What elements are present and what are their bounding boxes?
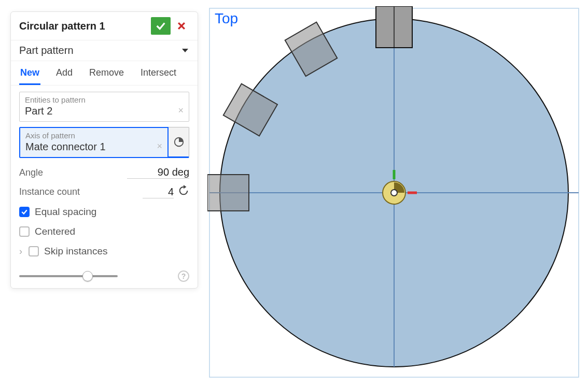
count-input[interactable] <box>143 186 174 198</box>
axis-field[interactable]: Axis of pattern Mate connector 1 × <box>19 127 169 158</box>
close-icon <box>176 21 187 31</box>
pattern-type-dropdown[interactable]: Part pattern <box>11 40 198 61</box>
centered-checkbox[interactable] <box>19 226 30 237</box>
pattern-instance-3 <box>207 175 249 211</box>
skip-instances-checkbox[interactable] <box>29 246 39 256</box>
circular-pattern-panel: Circular pattern 1 Part pattern New Add … <box>10 11 198 289</box>
view-orientation-label: Top <box>215 10 238 27</box>
panel-header: Circular pattern 1 <box>11 12 198 40</box>
check-icon <box>155 20 166 32</box>
clear-entity-icon[interactable]: × <box>178 105 184 116</box>
expand-skip-icon[interactable]: › <box>19 246 22 257</box>
panel-title: Circular pattern 1 <box>19 20 151 32</box>
seed-part-instance <box>376 6 412 48</box>
mate-connector-button[interactable] <box>169 127 189 158</box>
cancel-button[interactable] <box>173 17 190 35</box>
check-icon <box>21 208 28 216</box>
svg-rect-5 <box>207 175 249 211</box>
count-label: Instance count <box>19 187 143 197</box>
viewport-canvas <box>207 6 581 379</box>
angle-label: Angle <box>19 167 127 178</box>
help-button[interactable]: ? <box>178 270 189 282</box>
tab-add[interactable]: Add <box>55 61 74 85</box>
slider-thumb[interactable] <box>82 271 93 281</box>
3d-viewport[interactable]: Top <box>207 6 581 379</box>
angle-input[interactable] <box>127 166 189 179</box>
tab-intersect[interactable]: Intersect <box>139 61 177 85</box>
reverse-direction-button[interactable] <box>178 185 189 199</box>
chevron-down-icon <box>182 49 188 52</box>
entities-label: Entities to pattern <box>25 95 184 104</box>
entities-value: Part 2 <box>25 105 184 117</box>
opacity-slider[interactable] <box>19 275 118 277</box>
svg-point-7 <box>391 190 397 196</box>
entities-field[interactable]: Entities to pattern Part 2 × <box>19 92 189 122</box>
confirm-button[interactable] <box>151 17 171 35</box>
reverse-icon <box>178 185 189 196</box>
axis-value: Mate connector 1 <box>25 141 162 153</box>
pattern-type-label: Part pattern <box>19 45 182 56</box>
equal-spacing-checkbox[interactable] <box>19 207 30 217</box>
skip-instances-label: Skip instances <box>44 246 108 257</box>
axis-label: Axis of pattern <box>25 131 162 140</box>
equal-spacing-label: Equal spacing <box>35 206 96 218</box>
tab-remove[interactable]: Remove <box>88 61 125 85</box>
centered-label: Centered <box>35 226 75 237</box>
boolean-tabs: New Add Remove Intersect <box>11 61 198 85</box>
help-icon: ? <box>181 272 186 280</box>
tab-new[interactable]: New <box>19 61 40 85</box>
mate-connector-icon <box>173 136 185 148</box>
clear-axis-icon[interactable]: × <box>157 141 162 152</box>
